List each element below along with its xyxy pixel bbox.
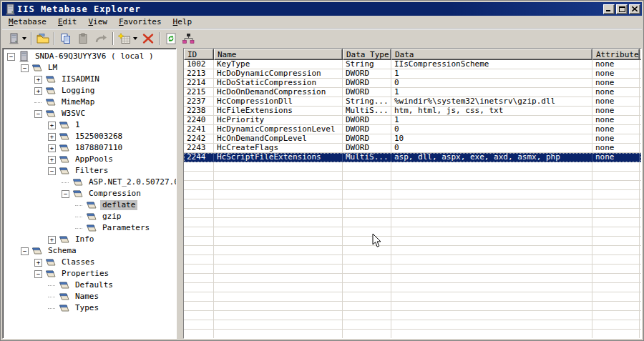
tree-item-names[interactable]: Names: [73, 292, 101, 302]
empty-cell-filler: [640, 330, 641, 338]
empty-cell-filler: [640, 274, 641, 283]
tree-item-w3svc[interactable]: W3SVC: [59, 109, 87, 119]
table-row[interactable]: 2215HcDoOnDemandCompressionDWORD1none: [184, 88, 641, 97]
empty-cell-filler: [640, 255, 641, 265]
collapse-icon[interactable]: −: [34, 270, 42, 278]
column-header-data-type[interactable]: Data Type: [343, 49, 391, 60]
expand-icon[interactable]: +: [48, 156, 56, 164]
collapse-icon[interactable]: −: [21, 64, 29, 72]
tree-item-iisadmin[interactable]: IISADMIN: [59, 74, 102, 84]
tree-row: −SNDA-69Q3UYY3V6 ( local ): [4, 51, 176, 62]
tree-item-schema[interactable]: Schema: [46, 246, 79, 256]
tree-item-info[interactable]: Info: [73, 234, 97, 244]
empty-cell: [343, 255, 391, 265]
menu-view[interactable]: View: [82, 16, 113, 28]
tree-item-1878807110[interactable]: 1878807110: [73, 143, 125, 153]
tree-row: −Compression: [4, 188, 176, 199]
tree-item-lm[interactable]: LM: [46, 63, 59, 73]
export-button[interactable]: [34, 31, 52, 46]
tree-row: +1878807110: [4, 142, 176, 154]
empty-cell: [391, 292, 592, 302]
table-row[interactable]: 2244HcScriptFileExtensionsMultiS...asp, …: [184, 153, 641, 162]
column-header-attributes[interactable]: Attributes: [592, 49, 640, 60]
menu-favorites[interactable]: Favorites: [113, 16, 167, 28]
table-row[interactable]: 1002KeyTypeStringIIsCompressionSchemenon…: [184, 60, 641, 69]
tree-connector-line: [34, 102, 42, 103]
expand-icon[interactable]: +: [34, 76, 42, 84]
table-cell: 0: [391, 125, 592, 134]
tree-row: Parameters: [4, 222, 176, 234]
expand-icon[interactable]: +: [34, 87, 42, 95]
tree-item-apppools[interactable]: AppPools: [73, 154, 115, 164]
tree-item-mimemap[interactable]: MimeMap: [59, 97, 97, 107]
maximize-button[interactable]: [616, 4, 628, 14]
table-row[interactable]: 2214HcDoStaticCompressionDWORD0none: [184, 79, 641, 88]
key-icon: [72, 189, 84, 199]
empty-table-row: [184, 162, 641, 172]
empty-cell: [184, 320, 214, 330]
key-icon: [44, 269, 57, 279]
copy-button[interactable]: [57, 31, 74, 46]
tree-item-compression[interactable]: Compression: [87, 189, 143, 199]
table-cell: DWORD: [343, 125, 391, 134]
tree-row: +Classes: [4, 257, 176, 268]
table-row[interactable]: 2237HcCompressionDllString...%windir%\sy…: [184, 97, 641, 107]
table-row[interactable]: 2240HcPriorityDWORD1none: [184, 116, 641, 125]
tree-item-1[interactable]: 1: [73, 120, 82, 130]
close-button[interactable]: [629, 4, 640, 14]
tree-connector-line: [75, 217, 82, 217]
collapse-icon[interactable]: −: [34, 110, 42, 118]
empty-cell: [391, 209, 592, 218]
tree-item-gzip[interactable]: gzip: [100, 212, 124, 222]
panel-splitter[interactable]: [177, 48, 183, 339]
empty-cell: [592, 199, 640, 209]
tree-item-1525003268[interactable]: 1525003268: [73, 132, 125, 142]
tree-item-asp-net-2-0-50727-0[interactable]: ASP.NET_2.0.50727.0: [87, 177, 177, 187]
empty-cell: [391, 255, 592, 265]
collapse-icon[interactable]: −: [7, 53, 15, 61]
minimize-button[interactable]: [603, 4, 615, 14]
column-header-id[interactable]: ID: [184, 49, 214, 60]
empty-cell: [214, 320, 343, 330]
expand-icon[interactable]: +: [48, 144, 56, 152]
collapse-icon[interactable]: −: [62, 190, 69, 198]
table-cell: HcDoStaticCompression: [214, 79, 343, 88]
menu-edit[interactable]: Edit: [52, 16, 83, 28]
table-cell: 2237: [184, 97, 214, 107]
view-tree-button[interactable]: [180, 31, 197, 46]
table-row[interactable]: 2242HcOnDemandCompLevelDWORD10none: [184, 134, 641, 144]
tree-item-types[interactable]: Types: [73, 303, 101, 313]
tree-item-defaults[interactable]: Defaults: [73, 280, 115, 290]
tree-item-logging[interactable]: Logging: [59, 86, 97, 96]
dropdown-arrow-icon[interactable]: [133, 37, 137, 40]
menu-metabase[interactable]: Metabase: [3, 16, 52, 28]
refresh-button[interactable]: [162, 31, 180, 46]
dropdown-arrow-icon[interactable]: [22, 37, 26, 40]
table-row[interactable]: 2241HcDynamicCompressionLevelDWORD0none: [184, 125, 641, 134]
table-row[interactable]: 2243HcCreateFlagsDWORD0none: [184, 144, 641, 153]
empty-cell: [214, 190, 343, 199]
tree-item-classes[interactable]: Classes: [59, 257, 97, 267]
empty-cell: [391, 265, 592, 274]
delete-button[interactable]: [140, 31, 157, 46]
tree-item-snda-69q3uyy3v6-local-[interactable]: SNDA-69Q3UYY3V6 ( local ): [33, 51, 156, 61]
collapse-icon[interactable]: −: [21, 247, 29, 255]
table-row[interactable]: 2238HcFileExtensionsMultiS...htm, html, …: [184, 107, 641, 116]
new-key-button[interactable]: [116, 31, 140, 46]
collapse-icon[interactable]: −: [48, 167, 56, 175]
connect-server-button[interactable]: [5, 31, 29, 46]
tree-item-deflate[interactable]: deflate: [100, 200, 137, 210]
expand-icon[interactable]: +: [48, 133, 56, 141]
tree-item-properties[interactable]: Properties: [59, 269, 111, 279]
empty-cell-filler: [640, 190, 641, 199]
expand-icon[interactable]: +: [48, 236, 56, 244]
menu-help[interactable]: Help: [167, 16, 198, 28]
tree-item-parameters[interactable]: Parameters: [100, 223, 152, 233]
table-row[interactable]: 2213HcDoDynamicCompressionDWORD1none: [184, 69, 641, 79]
expand-icon[interactable]: +: [48, 122, 56, 129]
expand-icon[interactable]: +: [34, 259, 42, 267]
column-header-data[interactable]: Data: [391, 49, 592, 60]
toolbar-separator: [159, 32, 160, 45]
column-header-name[interactable]: Name: [214, 49, 343, 60]
tree-item-filters[interactable]: Filters: [73, 166, 110, 176]
